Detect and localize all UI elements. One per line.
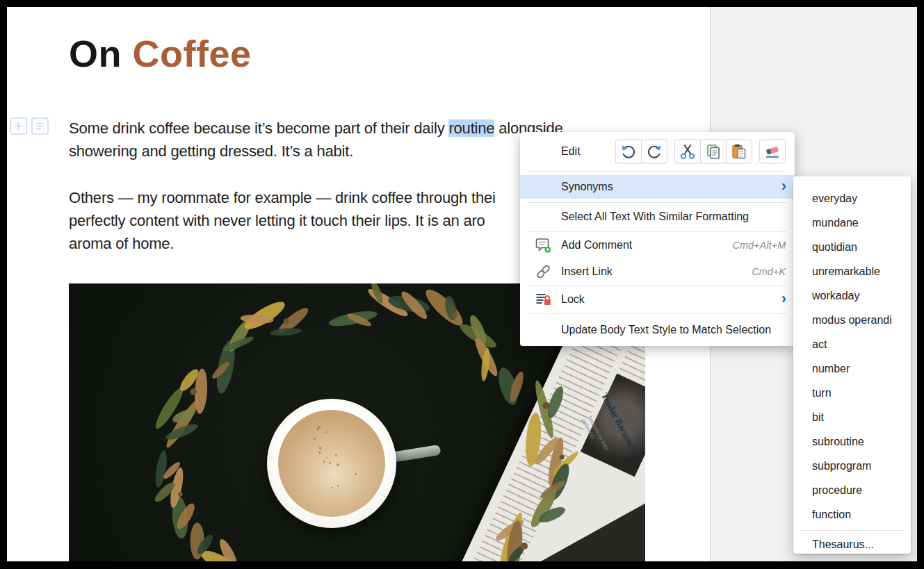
redo-icon <box>645 142 663 160</box>
foam-speck <box>314 438 316 440</box>
menu-item-label: Lock <box>561 293 585 306</box>
synonym-option[interactable]: function <box>793 502 911 527</box>
foam-speck <box>326 431 327 433</box>
paragraph-1-text: showering and getting dressed. It’s a ha… <box>69 140 563 163</box>
menu-item-select-all-similar[interactable]: Select All Text With Similar Formatting <box>520 203 795 231</box>
text-selection[interactable]: routine <box>448 119 494 137</box>
synonym-option[interactable]: turn <box>793 381 911 405</box>
menu-item-insert-link[interactable]: Insert Link Cmd+K <box>520 258 795 285</box>
menu-item-add-comment[interactable]: Add Comment Cmd+Alt+M <box>520 232 795 258</box>
paragraph-2-text: perfectly content with never letting it … <box>69 209 496 232</box>
chevron-right-icon: › <box>781 179 786 194</box>
menu-item-synonyms[interactable]: Synonyms › <box>520 175 795 199</box>
foam-speck <box>319 447 321 449</box>
menu-item-label: Select All Text With Similar Formatting <box>561 211 749 223</box>
synonym-option[interactable]: subroutine <box>793 429 911 454</box>
foam-speck <box>323 461 325 462</box>
synonym-option[interactable]: bit <box>793 405 911 429</box>
paragraph-2[interactable]: Others — my roommate for example — drink… <box>69 186 496 255</box>
synonym-option[interactable]: mundane <box>793 211 911 235</box>
menu-item-lock[interactable]: Lock › <box>520 286 795 313</box>
plus-icon[interactable] <box>10 117 27 135</box>
coffee-cup-graphic <box>267 399 396 528</box>
foam-speck <box>329 462 331 464</box>
undo-icon <box>619 142 638 160</box>
submenu-separator <box>799 530 905 531</box>
clear-formatting-icon <box>763 142 781 160</box>
menu-item-shortcut: Cmd+Alt+M <box>732 240 786 251</box>
foam-speck <box>335 454 337 456</box>
add-comment-icon <box>535 237 552 254</box>
paste-icon <box>730 142 748 160</box>
foam-speck <box>317 427 319 429</box>
synonym-option[interactable]: procedure <box>793 478 911 502</box>
menu-item-label: Synonyms <box>561 181 613 193</box>
edit-row-label: Edit <box>561 145 581 158</box>
thesaurus-option[interactable]: Thesaurus... <box>793 534 911 556</box>
foam-speck <box>337 485 339 487</box>
paragraph-2-text: aroma of home. <box>69 232 496 255</box>
menu-item-label: Insert Link <box>561 265 613 278</box>
undo-button[interactable] <box>615 140 642 164</box>
menu-item-update-body-style[interactable]: Update Body Text Style to Match Selectio… <box>520 314 795 346</box>
foam-speck <box>337 463 339 466</box>
synonym-option[interactable]: everyday <box>793 186 911 211</box>
page-title[interactable]: On Coffee <box>69 32 252 75</box>
foam-speck <box>355 473 357 475</box>
synonym-option[interactable]: act <box>793 332 911 356</box>
foam-speck <box>318 452 321 454</box>
paragraph-2-text: Others — my roommate for example — drink… <box>69 186 496 209</box>
synonym-option[interactable]: quotidian <box>793 235 911 259</box>
copy-icon <box>704 142 722 160</box>
editor-viewport: On Coffee Some drink coffee because it’s… <box>7 7 917 561</box>
clear-formatting-button[interactable] <box>759 140 786 164</box>
menu-item-label: Add Comment <box>561 239 632 251</box>
foam-speck <box>331 487 332 488</box>
cut-icon <box>679 142 697 160</box>
synonym-option[interactable]: unremarkable <box>793 259 911 283</box>
redo-button[interactable] <box>641 140 667 164</box>
title-word-on: On <box>69 33 122 74</box>
synonym-option[interactable]: workaday <box>793 283 911 308</box>
title-word-coffee: Coffee <box>133 33 252 74</box>
foam-speck <box>326 457 327 459</box>
paragraph-lines-icon[interactable] <box>31 117 49 135</box>
lock-icon <box>535 291 552 308</box>
synonym-option[interactable]: modus operandi <box>793 308 911 332</box>
menu-item-label: Update Body Text Style to Match Selectio… <box>561 324 771 336</box>
paragraph-1[interactable]: Some drink coffee because it’s become pa… <box>69 117 563 163</box>
context-menu: Edit <box>520 132 795 346</box>
copy-button[interactable] <box>700 140 727 164</box>
edit-row: Edit <box>520 132 795 171</box>
synonym-option[interactable]: subprogram <box>793 454 911 478</box>
margin-tools <box>10 117 49 135</box>
paste-button[interactable] <box>726 140 752 164</box>
menu-item-shortcut: Cmd+K <box>752 266 786 277</box>
insert-link-icon <box>535 263 552 281</box>
latte-foam-graphic <box>278 410 385 517</box>
paragraph-1-text: Some drink coffee because it’s become pa… <box>69 119 448 137</box>
chevron-right-icon: › <box>781 291 786 306</box>
synonym-option[interactable]: number <box>793 356 911 381</box>
menu-separator <box>528 171 786 172</box>
synonyms-submenu: everyday mundane quotidian unremarkable … <box>793 176 911 554</box>
cut-button[interactable] <box>674 140 701 164</box>
